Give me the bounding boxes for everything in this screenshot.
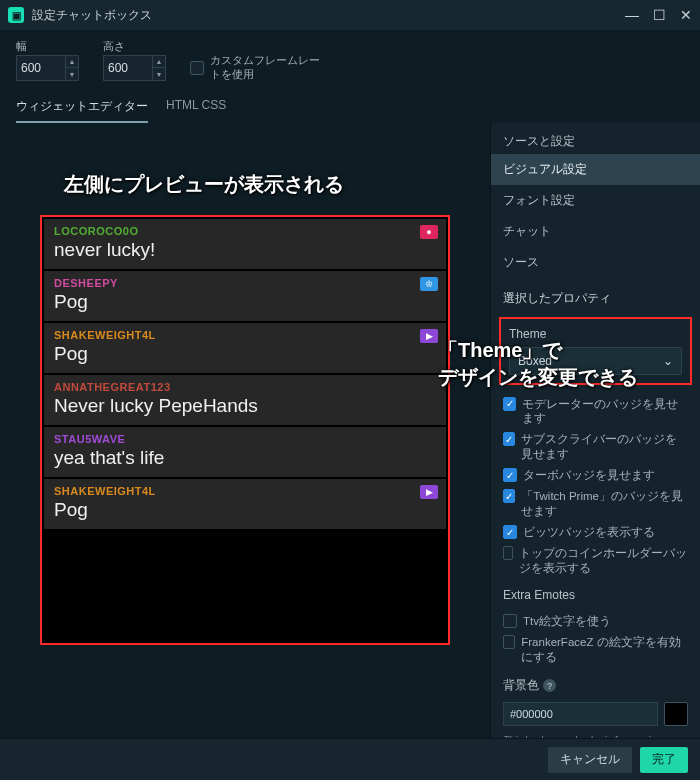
chat-text: never lucky! [54, 239, 436, 261]
checkbox-label: FrankerFaceZ の絵文字を有効にする [521, 635, 688, 665]
chat-username: ANNATHEGREAT123 [54, 381, 436, 393]
callout-preview: 左側にプレビューが表示される [64, 171, 344, 198]
tabs: ウィジェットエディター HTML CSS [0, 88, 700, 123]
cancel-button[interactable]: キャンセル [548, 747, 632, 773]
checkbox-label: トップのコインホールダーバッジを表示する [519, 546, 688, 576]
sidebar-item[interactable]: ビジュアル設定 [491, 154, 700, 185]
chat-message: ANNATHEGREAT123Never lucky PepeHands [44, 375, 446, 425]
tab-widget-editor[interactable]: ウィジェットエディター [16, 92, 148, 123]
chat-preview: LOCOROCO0Onever lucky!●DESHEEPYPog♔SHAKE… [40, 215, 450, 645]
width-label: 幅 [16, 40, 79, 53]
chat-text: Never lucky PepeHands [54, 395, 436, 417]
chat-message: DESHEEPYPog♔ [44, 271, 446, 321]
app-icon: ▣ [8, 7, 24, 23]
sidebar-heading-properties: 選択したプロパティ [491, 278, 700, 313]
width-spinner[interactable]: ▲▼ [65, 55, 79, 81]
extra-emotes-heading: Extra Emotes [491, 578, 700, 606]
done-button[interactable]: 完了 [640, 747, 688, 773]
checkbox[interactable] [503, 546, 513, 560]
height-spinner[interactable]: ▲▼ [152, 55, 166, 81]
chat-badge-icon: ▶ [420, 329, 438, 343]
chat-badge-icon: ▶ [420, 485, 438, 499]
checkbox[interactable]: ✓ [503, 432, 515, 446]
window-title: 設定チャットボックス [32, 7, 152, 24]
chat-message: SHAKEWEIGHT4LPog▶ [44, 479, 446, 529]
checkbox-label: モデレーターのバッジを見せます [522, 397, 688, 427]
maximize-icon[interactable]: ☐ [653, 7, 666, 23]
checkbox-row: ✓サブスクライバーのバッジを見せます [503, 432, 688, 462]
chat-username: STAU5WAVE [54, 433, 436, 445]
bg-color-swatch[interactable] [664, 702, 688, 726]
chat-text: Pog [54, 343, 436, 365]
checkbox-label: ターボバッジを見せます [523, 468, 655, 483]
checkbox[interactable] [503, 635, 515, 649]
chat-username: SHAKEWEIGHT4L [54, 329, 436, 341]
checkbox-label: ビッツバッジを表示する [523, 525, 655, 540]
chat-message: SHAKEWEIGHT4LPog▶ [44, 323, 446, 373]
checkbox-row: ✓「Twitch Prime」のバッジを見せます [503, 489, 688, 519]
chat-username: SHAKEWEIGHT4L [54, 485, 436, 497]
preview-column: 左側にプレビューが表示される 「Theme」で デザインを変更できる LOCOR… [0, 123, 490, 763]
checkbox[interactable]: ✓ [503, 525, 517, 539]
checkbox-label: 「Twitch Prime」のバッジを見せます [521, 489, 688, 519]
checkbox-row: トップのコインホールダーバッジを表示する [503, 546, 688, 576]
checkbox-row: ✓ビッツバッジを表示する [503, 525, 688, 540]
chat-text: yea that's life [54, 447, 436, 469]
chat-message: LOCOROCO0Onever lucky!● [44, 219, 446, 269]
callout-theme: 「Theme」で デザインを変更できる [438, 337, 638, 391]
titlebar: ▣ 設定チャットボックス — ☐ ✕ [0, 0, 700, 30]
sidebar-item[interactable]: フォント設定 [491, 185, 700, 216]
custom-framerate-label: カスタムフレームレートを使用 [210, 54, 330, 82]
checkbox[interactable]: ✓ [503, 468, 517, 482]
chat-username: LOCOROCO0O [54, 225, 436, 237]
custom-framerate-checkbox[interactable] [190, 61, 204, 75]
toolbar: 幅 600 ▲▼ 高さ 600 ▲▼ カスタムフレームレートを使用 [0, 30, 700, 88]
help-icon[interactable]: ? [543, 679, 556, 692]
checkbox-row: ✓モデレーターのバッジを見せます [503, 397, 688, 427]
bg-color-input[interactable]: #000000 [503, 702, 658, 726]
sidebar-item[interactable]: ソース [491, 247, 700, 278]
chat-message: STAU5WAVEyea that's life [44, 427, 446, 477]
checkbox-label: Ttv絵文字を使う [523, 614, 611, 629]
chevron-down-icon: ⌄ [663, 354, 673, 368]
chat-badge-icon: ♔ [420, 277, 438, 291]
chat-text: Pog [54, 499, 436, 521]
checkbox[interactable]: ✓ [503, 397, 516, 411]
checkbox[interactable]: ✓ [503, 489, 515, 503]
footer: キャンセル 完了 [0, 738, 700, 780]
checkbox-row: FrankerFaceZ の絵文字を有効にする [503, 635, 688, 665]
chat-badge-icon: ● [420, 225, 438, 239]
checkbox-row: ✓ターボバッジを見せます [503, 468, 688, 483]
checkbox[interactable] [503, 614, 517, 628]
sidebar-item[interactable]: チャット [491, 216, 700, 247]
width-input[interactable]: 600 [16, 55, 66, 81]
bg-color-label: 背景色? [491, 667, 700, 698]
settings-sidebar: ソースと設定 ビジュアル設定フォント設定チャットソース 選択したプロパティ Th… [490, 123, 700, 763]
sidebar-heading-sources: ソースと設定 [491, 123, 700, 154]
main: 左側にプレビューが表示される 「Theme」で デザインを変更できる LOCOR… [0, 123, 700, 763]
height-input[interactable]: 600 [103, 55, 153, 81]
chat-username: DESHEEPY [54, 277, 436, 289]
minimize-icon[interactable]: — [625, 7, 639, 23]
checkbox-row: Ttv絵文字を使う [503, 614, 688, 629]
tab-html-css[interactable]: HTML CSS [166, 92, 226, 123]
close-icon[interactable]: ✕ [680, 7, 692, 23]
checkbox-label: サブスクライバーのバッジを見せます [521, 432, 688, 462]
chat-text: Pog [54, 291, 436, 313]
height-label: 高さ [103, 40, 166, 53]
